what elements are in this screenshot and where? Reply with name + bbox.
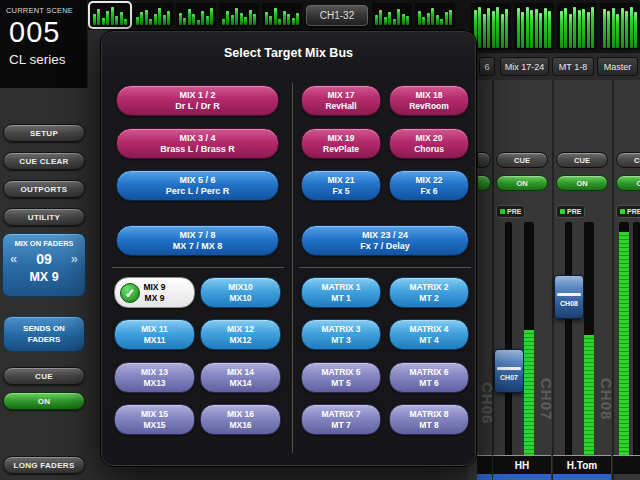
mix-name: MX 9 — [3, 267, 85, 284]
mix-on-faders-panel[interactable]: MIX ON FADERS « 09 » MX 9 — [2, 233, 86, 297]
sends-on-faders-button[interactable]: SENDS ON FADERS — [3, 316, 85, 352]
meter-block-selected[interactable] — [90, 3, 130, 27]
bus-button-mix-20[interactable]: MIX 20Chorus — [389, 128, 469, 159]
meter-block-output[interactable] — [514, 3, 554, 50]
bus-button-label: MT 8 — [419, 420, 438, 430]
channel-name-box-partial[interactable] — [613, 455, 640, 474]
meter-block-output[interactable] — [557, 3, 597, 50]
bus-button-label: MT 2 — [419, 293, 438, 303]
meter-block[interactable] — [262, 3, 302, 27]
bus-button-mix-11[interactable]: MIX 11MX11 — [114, 319, 195, 350]
pre-led-icon — [500, 209, 505, 214]
bus-button-mix-18[interactable]: MIX 18RevRoom — [389, 85, 469, 116]
fader-track-partial[interactable] — [633, 222, 640, 462]
bus-button-mix-21[interactable]: MIX 21Fx 5 — [301, 170, 381, 201]
pre-indicator-ch08[interactable]: PRE — [556, 205, 585, 218]
channel-name-box-ch06[interactable] — [477, 455, 492, 474]
setup-button[interactable]: SETUP — [3, 124, 85, 142]
pre-led-icon — [620, 209, 625, 214]
bus-button-matrix-6[interactable]: MATRIX 6MT 6 — [389, 362, 469, 393]
meter-bar — [201, 11, 204, 25]
channel-name-box-ch07[interactable]: HH — [493, 455, 551, 474]
setup-label: SETUP — [30, 129, 58, 138]
pre-indicator-ch07[interactable]: PRE — [496, 205, 525, 218]
bus-button-matrix-4[interactable]: MATRIX 4MT 4 — [389, 319, 469, 350]
meter-bar — [436, 15, 439, 25]
bus-button-label: MIX 7 / 8 — [179, 230, 215, 240]
meter-block[interactable] — [219, 3, 259, 27]
bus-button-mix10[interactable]: MIX10MX10 — [200, 277, 281, 308]
meter-bar — [274, 8, 277, 25]
meter-bar — [222, 19, 225, 25]
bus-button-mix-1-2[interactable]: MIX 1 / 2Dr L / Dr R — [116, 85, 279, 116]
tab-master[interactable]: Master — [597, 57, 638, 76]
bus-button-matrix-7[interactable]: MATRIX 7MT 7 — [301, 404, 381, 435]
meter-bar — [440, 19, 443, 25]
meter-block-output[interactable] — [600, 3, 640, 50]
scene-panel[interactable]: CURRENT SCENE 005 CL series — [0, 0, 88, 88]
fader-track-ch08[interactable] — [565, 222, 572, 462]
on-button-partial[interactable]: ON — [616, 175, 640, 191]
channel-name-box-ch08[interactable]: H.Tom — [553, 455, 611, 474]
next-mix-icon[interactable]: » — [71, 252, 78, 266]
bus-button-mix-3-4[interactable]: MIX 3 / 4Brass L / Brass R — [116, 128, 279, 159]
tab-mix-17-24[interactable]: Mix 17-24 — [500, 57, 549, 76]
tab-mix-9-16[interactable]: 6 — [479, 57, 495, 76]
bus-button-label: MT 1 — [331, 293, 350, 303]
cue-button-ch07[interactable]: CUE — [496, 152, 548, 168]
bus-button-mix-14[interactable]: MIX 14MX14 — [200, 362, 281, 393]
bus-button-matrix-3[interactable]: MATRIX 3MT 3 — [301, 319, 381, 350]
meter-bar — [375, 15, 378, 25]
bus-button-label: MT 3 — [331, 335, 350, 345]
scene-number: 005 — [0, 15, 87, 49]
cue-clear-button[interactable]: CUE CLEAR — [3, 152, 85, 170]
level-meter-ch07 — [524, 222, 534, 462]
bus-button-label: MX12 — [229, 335, 251, 345]
fader-cap-ch08[interactable]: CH08 — [554, 275, 584, 319]
bus-button-matrix-8[interactable]: MATRIX 8MT 8 — [389, 404, 469, 435]
bus-button-mix-9[interactable]: ✓MIX 9MX 9 — [114, 277, 195, 308]
bus-button-mix-23-24[interactable]: MIX 23 / 24Fx 7 / Delay — [301, 225, 469, 256]
mix-bus-popup: Select Target Mix Bus MIX 1 / 2Dr L / Dr… — [100, 30, 477, 467]
tab-label: 6 — [484, 62, 489, 72]
prev-mix-icon[interactable]: « — [10, 252, 17, 266]
meter-block-output[interactable] — [471, 3, 511, 50]
bus-button-mix-17[interactable]: MIX 17RevHall — [301, 85, 381, 116]
bus-button-matrix-5[interactable]: MATRIX 5MT 5 — [301, 362, 381, 393]
pre-indicator-partial[interactable]: PRE — [616, 205, 640, 218]
bus-button-mix-5-6[interactable]: MIX 5 / 6Perc L / Perc R — [116, 170, 279, 201]
channel-name: HH — [515, 460, 529, 471]
bus-button-matrix-1[interactable]: MATRIX 1MT 1 — [301, 277, 381, 308]
fader-track-ch07[interactable] — [505, 222, 512, 462]
bus-button-mix-7-8[interactable]: MIX 7 / 8MX 7 / MX 8 — [116, 225, 279, 256]
meter-fill-ch08 — [584, 335, 594, 462]
fader-cap-label: CH08 — [560, 300, 578, 307]
meter-bar — [197, 20, 200, 25]
meter-block[interactable] — [415, 3, 455, 27]
bus-button-mix-16[interactable]: MIX 16MX16 — [200, 404, 281, 435]
sidebar-cue-button[interactable]: CUE — [3, 367, 85, 385]
meter-block[interactable] — [372, 3, 412, 27]
meter-bar — [192, 14, 195, 25]
bus-button-mix-22[interactable]: MIX 22Fx 6 — [389, 170, 469, 201]
channel-bank-button[interactable]: CH1-32 — [306, 5, 368, 26]
utility-button[interactable]: UTILITY — [3, 208, 85, 226]
sidebar-on-button[interactable]: ON — [3, 392, 85, 410]
long-faders-button[interactable]: LONG FADERS — [3, 456, 85, 474]
bus-button-matrix-2[interactable]: MATRIX 2MT 2 — [389, 277, 469, 308]
meter-bar — [278, 19, 281, 25]
utility-label: UTILITY — [28, 213, 60, 222]
outports-button[interactable]: OUTPORTS — [3, 180, 85, 198]
cue-button-ch08[interactable]: CUE — [556, 152, 608, 168]
meter-block[interactable] — [176, 3, 216, 27]
fader-cap-ch07[interactable]: CH07 — [494, 349, 524, 393]
tab-mt-1-8[interactable]: MT 1-8 — [552, 57, 594, 76]
cue-button-partial[interactable]: CUE — [616, 152, 640, 168]
bus-button-mix-13[interactable]: MIX 13MX13 — [114, 362, 195, 393]
bus-button-mix-15[interactable]: MIX 15MX15 — [114, 404, 195, 435]
bus-button-mix-19[interactable]: MIX 19RevPlate — [301, 128, 381, 159]
bus-button-mix-12[interactable]: MIX 12MX12 — [200, 319, 281, 350]
on-button-ch08[interactable]: ON — [556, 175, 608, 191]
meter-block[interactable] — [133, 3, 173, 27]
on-button-ch07[interactable]: ON — [496, 175, 548, 191]
